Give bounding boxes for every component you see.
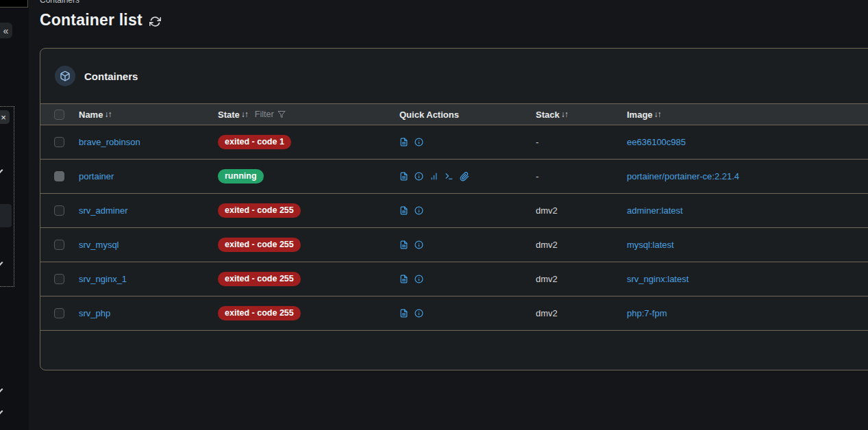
- chevron-down-icon[interactable]: [0, 408, 3, 415]
- main-content: Containers Container list: [29, 0, 868, 430]
- status-badge: exited - code 255: [218, 306, 301, 320]
- container-name-link[interactable]: srv_mysql: [79, 240, 119, 250]
- inspect-icon[interactable]: [414, 240, 423, 249]
- inspect-icon[interactable]: [414, 138, 423, 147]
- row-checkbox[interactable]: [54, 240, 64, 250]
- table-row: srv_nginx_1 exited - code 255 dmv2 srv_n…: [40, 262, 868, 296]
- column-header-stack[interactable]: Stack↓↑: [536, 110, 627, 120]
- table-row: srv_php exited - code 255 dmv2 php:7-fpm: [40, 296, 868, 331]
- quick-actions: [399, 240, 536, 249]
- logs-icon[interactable]: [399, 172, 408, 181]
- chevron-down-icon[interactable]: [0, 386, 3, 393]
- logs-icon[interactable]: [399, 138, 408, 147]
- stack-label: dmv2: [536, 308, 558, 318]
- table-row: brave_robinson exited - code 1 - ee63610…: [40, 125, 868, 160]
- widget-title: Containers: [84, 71, 138, 82]
- container-name-link[interactable]: brave_robinson: [79, 137, 140, 147]
- inspect-icon[interactable]: [414, 172, 423, 181]
- quick-actions: [399, 172, 536, 181]
- logs-icon[interactable]: [399, 275, 408, 283]
- image-link[interactable]: adminer:latest: [627, 205, 683, 216]
- stack-label: -: [536, 171, 538, 181]
- stack-label: dmv2: [536, 205, 558, 216]
- logs-icon[interactable]: [399, 309, 408, 318]
- image-link[interactable]: mysql:latest: [627, 240, 674, 250]
- sidebar-logo-area: [0, 0, 28, 8]
- row-checkbox[interactable]: [54, 205, 64, 216]
- inspect-icon[interactable]: [414, 206, 423, 215]
- row-checkbox[interactable]: [54, 308, 64, 318]
- status-badge: exited - code 255: [218, 203, 301, 218]
- row-checkbox[interactable]: [54, 137, 64, 147]
- portainer-app: « × Containers Container list: [0, 0, 868, 430]
- quick-actions: [399, 275, 536, 283]
- container-name-link[interactable]: srv_php: [79, 308, 110, 318]
- cube-icon: [55, 66, 75, 86]
- table-row: srv_mysql exited - code 255 dmv2 mysql:l…: [40, 228, 868, 262]
- sort-icon: ↓↑: [654, 110, 661, 119]
- sort-icon: ↓↑: [104, 110, 111, 119]
- row-checkbox[interactable]: [54, 274, 64, 284]
- inspect-icon[interactable]: [414, 275, 423, 283]
- stack-label: dmv2: [536, 274, 558, 284]
- select-all-checkbox[interactable]: [54, 110, 64, 120]
- image-link[interactable]: ee636100c985: [627, 137, 686, 147]
- image-link[interactable]: portainer/portainer-ce:2.21.4: [627, 171, 739, 181]
- table-row: portainer running - portainer/portainer-…: [40, 160, 868, 194]
- sort-icon: ↓↑: [241, 110, 248, 119]
- table-footer: [40, 331, 868, 370]
- quick-actions: [399, 309, 536, 318]
- container-name-link[interactable]: srv_adminer: [79, 205, 128, 216]
- page-title: Container list: [40, 11, 142, 29]
- column-header-image[interactable]: Image↓↑: [627, 110, 868, 120]
- image-link[interactable]: srv_nginx:latest: [627, 274, 689, 284]
- inspect-icon[interactable]: [414, 309, 423, 318]
- logs-icon[interactable]: [399, 206, 408, 215]
- container-name-link[interactable]: portainer: [79, 171, 114, 181]
- row-checkbox[interactable]: [54, 171, 64, 181]
- close-icon[interactable]: ×: [0, 110, 10, 124]
- status-badge: running: [218, 169, 264, 184]
- status-badge: exited - code 1: [218, 135, 291, 149]
- sidebar-collapse-button[interactable]: «: [0, 23, 12, 38]
- logs-icon[interactable]: [399, 240, 408, 249]
- sidebar-focus-outline: [0, 106, 14, 287]
- console-icon[interactable]: [445, 172, 454, 181]
- sidebar-item[interactable]: [0, 204, 12, 227]
- stack-label: dmv2: [536, 240, 558, 250]
- status-badge: exited - code 255: [218, 272, 301, 286]
- attach-icon[interactable]: [460, 172, 469, 181]
- state-filter-button[interactable]: Filter: [255, 110, 286, 119]
- sort-icon: ↓↑: [561, 110, 568, 119]
- quick-actions: [399, 206, 536, 215]
- quick-actions: [399, 138, 536, 147]
- refresh-icon[interactable]: [149, 16, 161, 27]
- stack-label: -: [536, 137, 538, 147]
- container-name-link[interactable]: srv_nginx_1: [79, 274, 127, 284]
- table-body: brave_robinson exited - code 1 - ee63610…: [40, 125, 868, 331]
- column-header-quick-actions: Quick Actions: [399, 110, 536, 120]
- containers-widget: Containers Name↓↑ State↓↑ Filter: [40, 48, 868, 370]
- widget-header: Containers: [40, 49, 868, 103]
- table-header: Name↓↑ State↓↑ Filter Quick Actions Stac…: [40, 103, 868, 125]
- table-row: srv_adminer exited - code 255 dmv2 admin…: [40, 194, 868, 228]
- image-link[interactable]: php:7-fpm: [627, 308, 667, 318]
- breadcrumb-containers[interactable]: Containers: [40, 0, 79, 5]
- stats-icon[interactable]: [430, 172, 438, 181]
- sidebar: « ×: [0, 0, 29, 430]
- status-badge: exited - code 255: [218, 238, 301, 252]
- filter-icon: [277, 110, 286, 118]
- column-header-name[interactable]: Name↓↑: [79, 110, 218, 120]
- column-header-state[interactable]: State: [218, 110, 240, 120]
